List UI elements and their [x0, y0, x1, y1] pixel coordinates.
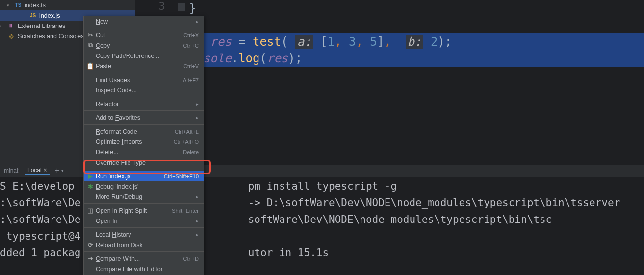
menu-item[interactable]: ▶Run 'index.js'Ctrl+Shift+F10 — [84, 171, 204, 181]
menu-item[interactable]: ✂CutCtrl+X — [84, 30, 204, 40]
menu-item[interactable]: Optimize ImportsCtrl+Alt+O — [84, 137, 204, 147]
add-terminal-button[interactable]: + — [55, 166, 59, 175]
menu-item[interactable]: ⧉CopyCtrl+C — [84, 40, 204, 51]
tree-item[interactable]: ▾TSindex.ts — [0, 0, 135, 10]
terminal-tab-local[interactable]: Local × — [25, 167, 50, 175]
menu-item[interactable]: ◫Open in Right SplitShift+Enter — [84, 205, 204, 216]
menu-item[interactable]: Find UsagesAlt+F7 — [84, 75, 204, 85]
editor-pane: 3 — }et res = test( a: [1, 3, 5], b: 2);… — [135, 0, 644, 165]
menu-item[interactable]: Delete...Delete — [84, 147, 204, 157]
menu-item[interactable]: 📋PasteCtrl+V — [84, 61, 204, 71]
context-menu: New▸✂CutCtrl+X⧉CopyCtrl+CCopy Path/Refer… — [83, 16, 204, 275]
close-icon[interactable]: × — [44, 167, 47, 174]
menu-item[interactable]: Refactor▸ — [84, 99, 204, 109]
menu-item[interactable]: Compare File with Editor — [84, 264, 204, 274]
menu-item[interactable]: ➜Compare With...Ctrl+D — [84, 253, 204, 264]
menu-item[interactable]: Open In▸ — [84, 216, 204, 226]
terminal-title: minal: — [4, 167, 20, 174]
menu-item[interactable]: Local History▸ — [84, 229, 204, 240]
menu-item[interactable]: Add to Favorites▸ — [84, 112, 204, 123]
menu-item[interactable]: Override File Type — [84, 157, 204, 167]
menu-item[interactable]: ❃Debug 'index.js' — [84, 181, 204, 192]
menu-item[interactable]: Copy Path/Reference... — [84, 51, 204, 61]
menu-item[interactable]: ⟳Reload from Disk — [84, 240, 204, 250]
menu-item[interactable]: More Run/Debug▸ — [84, 192, 204, 202]
menu-item[interactable]: New▸ — [84, 16, 204, 27]
menu-item[interactable]: Inspect Code... — [84, 85, 204, 95]
fold-icon[interactable]: — — [178, 3, 185, 11]
code-area[interactable]: }et res = test( a: [1, 3, 5], b: 2);onso… — [189, 0, 644, 165]
chevron-down-icon[interactable]: ▾ — [61, 168, 64, 173]
menu-item[interactable]: Reformat CodeCtrl+Alt+L — [84, 126, 204, 137]
